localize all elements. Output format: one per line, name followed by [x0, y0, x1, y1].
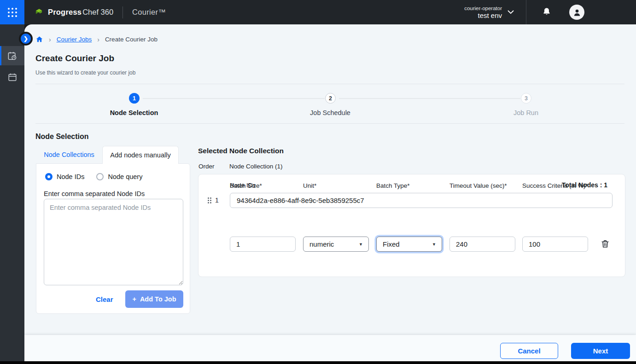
cancel-button[interactable]: Cancel: [500, 343, 558, 359]
wizard-footer: Cancel Next: [24, 335, 636, 361]
sidebar-item-courier-jobs[interactable]: [0, 46, 24, 65]
batch-type-select-value: Fixed: [383, 240, 400, 248]
batch-size-label: Batch Size*: [230, 182, 299, 190]
breadcrumb-separator: ›: [97, 36, 99, 43]
select-arrow-icon: ▼: [432, 242, 436, 247]
sidebar-expand-button[interactable]: ❯: [21, 34, 31, 44]
home-icon[interactable]: [35, 35, 43, 43]
node-ids-textarea[interactable]: [44, 199, 183, 285]
step-1-circle[interactable]: 1: [129, 93, 140, 104]
brand-divider: [123, 6, 123, 18]
account-menu[interactable]: courier-operator test env: [464, 0, 514, 24]
grid-dots-icon: [8, 8, 17, 17]
calendar-icon: [7, 72, 18, 82]
unit-select[interactable]: numeric ▼: [303, 237, 369, 252]
unit-label: Unit*: [303, 182, 372, 190]
unit-select-value: numeric: [309, 240, 334, 248]
radio-node-ids-label: Node IDs: [57, 173, 84, 180]
node-input-mode-group: Node IDs Node query: [45, 173, 142, 180]
sidebar: [0, 24, 24, 361]
breadcrumb-link-courier-jobs[interactable]: Courier Jobs: [57, 36, 92, 43]
notifications-bell-icon[interactable]: [542, 7, 552, 17]
step-connector: [339, 98, 520, 99]
node-ids-input[interactable]: [230, 193, 613, 208]
app-launcher-button[interactable]: [0, 0, 24, 24]
page-subtitle: Use this wizard to create your courier j…: [35, 69, 135, 76]
breadcrumb-separator: ›: [49, 36, 51, 43]
plus-icon: +: [132, 295, 136, 303]
radio-unselected-icon: [96, 173, 104, 180]
timeout-input[interactable]: [449, 237, 515, 252]
batch-type-label: Batch Type*: [376, 182, 445, 190]
account-env: test env: [464, 12, 502, 20]
batch-type-select[interactable]: Fixed ▼: [376, 237, 442, 252]
node-collection-card: Node IDs Total Nodes : 1 1 Batch Size* U…: [198, 174, 625, 277]
brand-product: Courier™: [132, 8, 166, 17]
add-to-job-button[interactable]: + Add To Job: [125, 290, 183, 308]
row-order-number: 1: [215, 196, 219, 204]
topbar-divider: [526, 0, 526, 24]
success-criteria-label: Success Criteria (in %)*: [522, 182, 591, 190]
select-arrow-icon: ▼: [359, 242, 363, 247]
brand-chef: Chef 360: [82, 8, 113, 16]
order-column-header: Order: [198, 163, 215, 170]
drag-handle-icon[interactable]: [208, 197, 211, 203]
step-1-label: Node Selection: [83, 109, 185, 116]
step-connector: [143, 98, 325, 99]
tab-node-collections[interactable]: Node Collections: [36, 146, 102, 163]
step-3-circle[interactable]: 3: [521, 93, 531, 104]
radio-node-query-label: Node query: [108, 173, 142, 180]
brand-progress: Progress: [48, 8, 82, 16]
breadcrumb: › Courier Jobs › Create Courier Job: [35, 35, 158, 43]
next-button[interactable]: Next: [571, 343, 630, 359]
chevron-down-icon: [508, 10, 514, 14]
radio-node-ids[interactable]: Node IDs: [45, 173, 84, 180]
node-selection-heading: Node Selection: [35, 133, 89, 141]
divider: [35, 84, 624, 84]
selected-collection-heading: Selected Node Collection: [198, 147, 284, 155]
step-2-label: Job Schedule: [280, 109, 381, 116]
window-bottom-edge: [0, 361, 636, 364]
radio-selected-icon: [45, 173, 53, 180]
progress-logo-icon: [35, 8, 43, 17]
trash-icon: [600, 239, 610, 249]
calendar-clock-icon: [7, 51, 18, 61]
step-2-circle[interactable]: 2: [325, 93, 336, 104]
chevron-right-icon: ❯: [23, 35, 28, 42]
avatar[interactable]: [569, 5, 584, 20]
delete-row-button[interactable]: [600, 239, 610, 249]
add-nodes-panel: Node IDs Node query Enter comma separate…: [36, 163, 190, 314]
breadcrumb-current: Create Courier Job: [105, 36, 158, 43]
timeout-label: Timeout Value (sec)*: [449, 182, 519, 190]
divider: [35, 123, 624, 124]
sidebar-item-schedules[interactable]: [0, 68, 24, 87]
page-title: Create Courier Job: [35, 53, 114, 64]
app-window: ProgressChef 360 Courier™ courier-operat…: [0, 0, 636, 364]
success-criteria-input[interactable]: [522, 237, 588, 252]
account-org: courier-operator: [464, 5, 502, 12]
radio-node-query[interactable]: Node query: [96, 173, 142, 180]
clear-button[interactable]: Clear: [96, 295, 113, 303]
add-to-job-label: Add To Job: [140, 295, 176, 303]
node-ids-textarea-label: Enter comma separated Node IDs: [44, 190, 145, 197]
collection-column-header: Node Collection (1): [229, 163, 283, 170]
step-3-label: Job Run: [475, 109, 577, 116]
topbar: ProgressChef 360 Courier™ courier-operat…: [0, 0, 636, 24]
tab-add-nodes-manually[interactable]: Add nodes manually: [102, 146, 179, 164]
row-order-cell: 1: [208, 196, 219, 204]
batch-size-input[interactable]: [230, 237, 296, 252]
brand: ProgressChef 360 Courier™: [35, 0, 166, 24]
